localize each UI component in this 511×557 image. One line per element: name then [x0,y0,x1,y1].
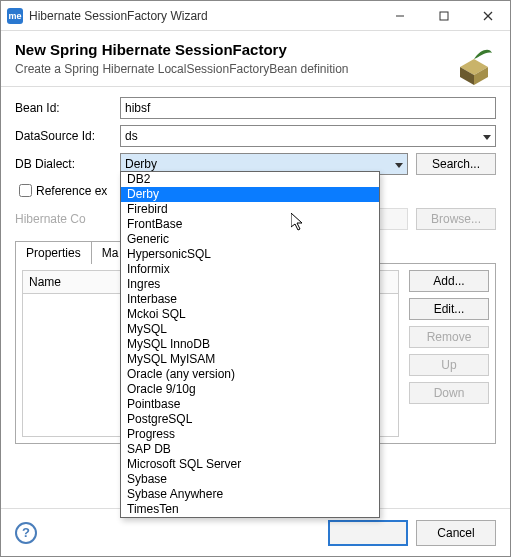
remove-button: Remove [409,326,489,348]
finish-button[interactable] [328,520,408,546]
search-button[interactable]: Search... [416,153,496,175]
dialect-option[interactable]: Derby [121,187,379,202]
titlebar: me Hibernate SessionFactory Wizard [1,1,510,31]
down-button: Down [409,382,489,404]
reference-existing-label: Reference ex [36,184,107,198]
dialect-option[interactable]: FrontBase [121,217,379,232]
tab-properties[interactable]: Properties [15,241,92,264]
page-subtitle: Create a Spring Hibernate LocalSessionFa… [15,62,496,76]
dialect-option[interactable]: Oracle (any version) [121,367,379,382]
close-button[interactable] [466,1,510,31]
dialect-option[interactable]: PostgreSQL [121,412,379,427]
cancel-button[interactable]: Cancel [416,520,496,546]
add-button[interactable]: Add... [409,270,489,292]
dialect-dropdown[interactable]: DB2DerbyFirebirdFrontBaseGenericHyperson… [120,171,380,518]
dialect-option[interactable]: Informix [121,262,379,277]
dialect-option[interactable]: HypersonicSQL [121,247,379,262]
dialect-option[interactable]: Ingres [121,277,379,292]
datasource-combo[interactable]: ds [120,125,496,147]
dialect-option[interactable]: Sybase Anywhere [121,487,379,502]
chevron-down-icon [395,157,403,171]
chevron-down-icon [483,129,491,143]
wizard-window: me Hibernate SessionFactory Wizard New S… [0,0,511,557]
app-icon: me [7,8,23,24]
edit-button[interactable]: Edit... [409,298,489,320]
help-icon[interactable]: ? [15,522,37,544]
wizard-header: New Spring Hibernate SessionFactory Crea… [1,31,510,87]
dialect-option[interactable]: Mckoi SQL [121,307,379,322]
dialect-option[interactable]: MySQL MyISAM [121,352,379,367]
dialect-option[interactable]: Firebird [121,202,379,217]
reference-existing-checkbox[interactable] [19,184,32,197]
row-bean-id: Bean Id: [15,97,496,119]
dialect-option[interactable]: SAP DB [121,442,379,457]
maximize-button[interactable] [422,1,466,31]
dialect-option[interactable]: MySQL [121,322,379,337]
wizard-logo-icon [450,39,498,87]
minimize-button[interactable] [378,1,422,31]
bean-id-input[interactable] [120,97,496,119]
up-button: Up [409,354,489,376]
hibernate-config-label: Hibernate Co [15,212,120,226]
dialect-value: Derby [125,157,157,171]
dialect-label: DB Dialect: [15,157,120,171]
window-title: Hibernate SessionFactory Wizard [29,9,378,23]
bean-id-label: Bean Id: [15,101,120,115]
dialect-option[interactable]: Microsoft SQL Server [121,457,379,472]
browse-button: Browse... [416,208,496,230]
dialect-option[interactable]: Pointbase [121,397,379,412]
dialect-option[interactable]: Interbase [121,292,379,307]
dialect-option[interactable]: Sybase [121,472,379,487]
dialect-option[interactable]: MySQL InnoDB [121,337,379,352]
datasource-label: DataSource Id: [15,129,120,143]
dialect-option[interactable]: DB2 [121,172,379,187]
table-button-column: Add... Edit... Remove Up Down [409,270,489,437]
svg-rect-1 [440,12,448,20]
row-datasource: DataSource Id: ds [15,125,496,147]
dialect-option[interactable]: TimesTen [121,502,379,517]
page-title: New Spring Hibernate SessionFactory [15,41,496,58]
dialect-option[interactable]: Progress [121,427,379,442]
dialect-option[interactable]: Generic [121,232,379,247]
dialect-option[interactable]: Oracle 9/10g [121,382,379,397]
datasource-value: ds [125,129,138,143]
